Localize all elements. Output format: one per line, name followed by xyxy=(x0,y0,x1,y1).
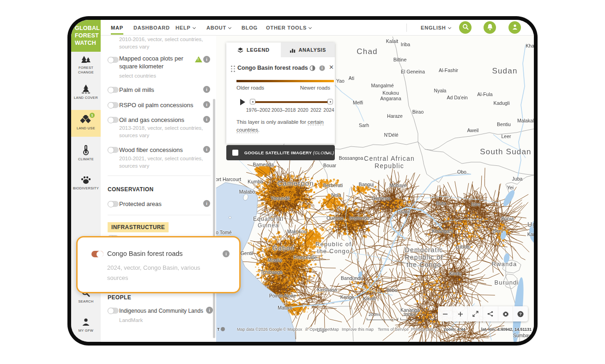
bar-chart-icon xyxy=(290,47,296,53)
basemap-checkbox[interactable] xyxy=(232,150,238,156)
map-controls: ? xyxy=(438,306,528,322)
divider xyxy=(108,176,211,176)
sidebar-item-biodiversity[interactable]: BIODIVERSITY xyxy=(71,175,101,191)
layer-label[interactable]: Wood fiber concessions xyxy=(119,146,194,154)
layer-label[interactable]: Protected areas xyxy=(119,200,194,208)
nav-help[interactable]: HELP xyxy=(175,20,195,36)
layer-label[interactable]: Oil and gas concessions xyxy=(119,116,194,124)
info-icon[interactable]: i xyxy=(203,56,210,63)
sidebar-item-land-cover[interactable]: LAND COVER xyxy=(71,85,101,100)
sidebar-item-forest-change[interactable]: FORESTCHANGE xyxy=(71,55,101,75)
layer-label[interactable]: Indigenous and Community Lands xyxy=(119,307,203,315)
info-icon[interactable]: i xyxy=(203,86,210,93)
nav-dashboard[interactable]: DASHBOARD xyxy=(133,20,170,36)
toggle-wood-fiber[interactable] xyxy=(108,147,119,153)
timeline-handle-start[interactable] xyxy=(250,99,255,104)
improve-map-link[interactable]: Improve this map xyxy=(342,327,374,334)
layer-label[interactable]: Mapped cocoa plots per square kilometer xyxy=(119,55,194,70)
toggle-congo-basin-roads[interactable] xyxy=(91,251,103,257)
drag-handle-icon[interactable] xyxy=(231,66,236,72)
attribution-osm[interactable]: © OpenStreetMap xyxy=(305,327,339,334)
layer-label[interactable]: Congo Basin forest roads xyxy=(107,250,183,257)
toggle-rspo[interactable] xyxy=(108,102,119,108)
tab-legend[interactable]: LEGEND xyxy=(226,42,281,57)
sidebar-item-land-use[interactable]: 1 LAND USE xyxy=(71,110,101,137)
attribution-mapbox[interactable]: © Mapbox xyxy=(283,327,302,334)
toggle-indigenous-lands[interactable] xyxy=(108,308,119,314)
layer-subtitle: LandMark xyxy=(119,316,143,324)
info-icon[interactable]: i xyxy=(223,250,230,257)
help-button[interactable]: ? xyxy=(513,306,528,322)
bell-icon xyxy=(487,24,493,30)
nav-blog[interactable]: BLOG xyxy=(242,20,258,36)
legend-layer-title: Congo Basin forest roads xyxy=(237,65,308,71)
zoom-in-button[interactable] xyxy=(453,306,468,322)
warning-icon[interactable]: ! xyxy=(195,56,202,62)
layers-panel: 2010-2016, vector, select countries, sou… xyxy=(101,36,216,342)
toggle-mapped-cocoa[interactable] xyxy=(108,57,119,63)
panel-scrollbar[interactable] xyxy=(213,99,215,338)
language-selector[interactable]: ENGLISH xyxy=(421,20,451,36)
info-icon[interactable]: i xyxy=(203,116,210,123)
close-icon[interactable]: ✕ xyxy=(329,64,334,71)
sidebar-item-my-gfw[interactable]: MY GFW xyxy=(71,317,101,333)
layer-subtitle: 2010-2016, vector, select countries, sou… xyxy=(119,36,216,50)
nav-other-tools[interactable]: OTHER TOOLS xyxy=(266,20,311,36)
notifications-button[interactable] xyxy=(484,21,496,34)
share-button[interactable] xyxy=(483,306,498,322)
nav-about[interactable]: ABOUT xyxy=(206,20,231,36)
toggle-protected-areas[interactable] xyxy=(108,201,119,207)
info-icon[interactable]: i xyxy=(203,200,210,207)
lat-lon: lat, lon: 4.40942, 14.51131 xyxy=(481,327,532,334)
legend-tabs: LEGEND ANALYSIS xyxy=(226,42,335,57)
timeline-handle-end[interactable] xyxy=(327,99,333,104)
info-icon[interactable]: i xyxy=(319,65,325,73)
search-button[interactable] xyxy=(459,21,472,34)
zoom-out-button[interactable] xyxy=(438,306,453,322)
layer-label[interactable]: RSPO oil palm concessions xyxy=(119,101,194,109)
tab-analysis[interactable]: ANALYSIS xyxy=(281,42,335,57)
layers-icon xyxy=(237,47,243,53)
terms-link[interactable]: Terms of Service xyxy=(378,327,409,334)
chevron-down-icon xyxy=(228,26,231,29)
layer-label[interactable]: Palm oil mills xyxy=(119,86,194,94)
gradient-label-left: Older roads xyxy=(236,85,264,91)
top-nav: MAP DASHBOARD HELP ABOUT BLOG OTHER TOOL… xyxy=(101,20,534,36)
sidebar-item-climate[interactable]: CLIMATE xyxy=(71,145,101,162)
toggle-oil-gas[interactable] xyxy=(108,117,119,123)
forest-change-icon xyxy=(81,55,91,64)
fullscreen-button[interactable] xyxy=(467,306,483,322)
zoom-level: zoom: 4.44 xyxy=(444,327,466,334)
highlight-card-congo-basin-forest-roads[interactable]: Congo Basin forest roads i 2024, vector,… xyxy=(76,236,241,293)
search-icon xyxy=(462,24,469,30)
gfw-logo[interactable]: GLOBALFORESTWATCH xyxy=(71,20,101,52)
info-icon[interactable]: i xyxy=(203,101,210,108)
basemap-selector[interactable]: GOOGLE SATELLITE IMAGERY (GLOBAL) xyxy=(226,145,335,160)
land-cover-icon xyxy=(81,85,91,94)
legend-gradient-bar xyxy=(236,80,334,82)
legend-note: This layer is only available for certain… xyxy=(236,118,334,134)
toggle-palm-oil-mills[interactable] xyxy=(108,87,119,93)
layer-subtitle: 2010-2021, vector, select countries, sou… xyxy=(119,155,216,170)
chevron-down-icon xyxy=(448,26,451,29)
chevron-down-icon xyxy=(193,26,196,29)
privacy-link[interactable]: Privacy policy xyxy=(411,327,436,334)
timeline-tick: 2003–2018 xyxy=(272,107,296,113)
divider xyxy=(108,215,211,215)
account-button[interactable] xyxy=(508,21,521,34)
timeline-track[interactable] xyxy=(252,101,331,103)
play-button[interactable] xyxy=(240,99,245,105)
map-area: ChadSudanSouth SudanCentral African Repu… xyxy=(216,36,534,342)
attribution-logo: T xyxy=(217,327,225,334)
opacity-icon[interactable] xyxy=(309,65,315,73)
land-use-badge: 1 xyxy=(90,113,95,118)
info-icon[interactable]: i xyxy=(206,307,213,314)
section-people: PEOPLE xyxy=(108,294,131,301)
scale-km: 300km xyxy=(400,312,417,317)
info-icon[interactable]: i xyxy=(203,146,210,153)
settings-button[interactable] xyxy=(498,306,513,322)
climate-icon xyxy=(82,145,90,155)
attribution-google: Map data ©2026 Google xyxy=(237,327,282,334)
legend-body: Congo Basin forest roads i ✕ Older roads… xyxy=(226,57,335,144)
legend-panel: LEGEND ANALYSIS Congo Basin forest roads… xyxy=(226,42,335,144)
